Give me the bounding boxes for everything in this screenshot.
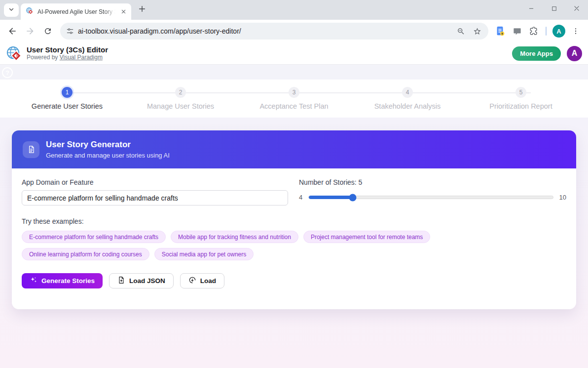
card-subtitle: Generate and manage user stories using A… bbox=[46, 152, 170, 159]
extensions-puzzle-icon[interactable] bbox=[526, 23, 542, 39]
load-label: Load bbox=[200, 277, 216, 285]
step-number: 2 bbox=[175, 87, 186, 98]
maximize-button[interactable] bbox=[543, 0, 565, 17]
site-settings-icon[interactable] bbox=[66, 27, 74, 35]
load-json-label: Load JSON bbox=[129, 277, 165, 285]
slider-min-label: 4 bbox=[299, 194, 302, 201]
step-number: 3 bbox=[289, 87, 299, 98]
app-title: User Story (3Cs) Editor bbox=[27, 45, 108, 54]
step-label: Acceptance Test Plan bbox=[259, 102, 328, 110]
plus-icon bbox=[138, 5, 146, 15]
more-apps-button[interactable]: More Apps bbox=[512, 46, 561, 61]
stories-slider[interactable] bbox=[308, 196, 553, 199]
file-upload-icon bbox=[117, 276, 125, 286]
stories-slider-row: 4 10 bbox=[299, 194, 566, 201]
browser-profile-avatar[interactable]: A bbox=[552, 25, 565, 38]
step-label: Manage User Stories bbox=[147, 102, 214, 110]
wizard-stepper: 1 Generate User Stories 2 Manage User St… bbox=[10, 87, 578, 110]
step-label: Stakeholder Analysis bbox=[374, 102, 441, 110]
sparkles-icon bbox=[30, 276, 37, 286]
step-label: Prioritization Report bbox=[489, 102, 552, 110]
step-number: 5 bbox=[515, 87, 526, 98]
stories-count-label: Number of Stories: 5 bbox=[299, 178, 566, 186]
help-icon[interactable]: ? bbox=[2, 67, 13, 78]
page-content: User Story Generator Generate and manage… bbox=[0, 118, 588, 368]
action-buttons: Generate Stories Load JSON Load bbox=[22, 273, 566, 288]
domain-label: App Domain or Feature bbox=[22, 178, 288, 186]
slider-max-label: 10 bbox=[559, 194, 566, 201]
back-button[interactable] bbox=[4, 23, 21, 40]
browser-toolbar: ai-toolbox.visual-paradigm.com/app/user-… bbox=[0, 20, 588, 42]
example-pills: E-commerce platform for selling handmade… bbox=[22, 231, 525, 260]
document-icon bbox=[23, 141, 39, 158]
card-banner: User Story Generator Generate and manage… bbox=[12, 130, 576, 168]
step-stakeholder-analysis[interactable]: 4 Stakeholder Analysis bbox=[351, 87, 464, 110]
zoom-out-icon[interactable] bbox=[455, 27, 467, 36]
banner-text: User Story Generator Generate and manage… bbox=[46, 140, 170, 159]
generate-stories-button[interactable]: Generate Stories bbox=[22, 273, 103, 288]
step-acceptance-test-plan[interactable]: 3 Acceptance Test Plan bbox=[237, 87, 351, 110]
example-pill-social-media[interactable]: Social media app for pet owners bbox=[154, 248, 254, 260]
minimize-button[interactable] bbox=[520, 0, 543, 17]
step-manage-user-stories[interactable]: 2 Manage User Stories bbox=[124, 87, 237, 110]
browser-tab-strip: AI-Powered Agile User Story 3C bbox=[0, 0, 588, 20]
generate-stories-label: Generate Stories bbox=[41, 277, 95, 285]
close-window-button[interactable] bbox=[565, 0, 588, 17]
bookmark-star-icon[interactable] bbox=[471, 27, 483, 36]
browser-tab[interactable]: AI-Powered Agile User Story 3C bbox=[21, 3, 131, 20]
download-circle-icon bbox=[188, 276, 196, 286]
docs-offline-extension-icon[interactable] bbox=[492, 23, 508, 39]
address-bar[interactable]: ai-toolbox.visual-paradigm.com/app/user-… bbox=[60, 23, 488, 40]
help-strip: ? bbox=[0, 65, 588, 80]
domain-field-group: App Domain or Feature bbox=[22, 178, 288, 205]
visual-paradigm-logo bbox=[6, 45, 22, 62]
url-text[interactable]: ai-toolbox.visual-paradigm.com/app/user-… bbox=[78, 27, 451, 35]
reload-button[interactable] bbox=[39, 23, 56, 40]
new-tab-button[interactable] bbox=[135, 3, 149, 17]
window-controls bbox=[520, 0, 588, 20]
forward-button[interactable] bbox=[22, 23, 38, 40]
generator-card: User Story Generator Generate and manage… bbox=[12, 130, 576, 309]
card-title: User Story Generator bbox=[46, 140, 170, 150]
step-generate-user-stories[interactable]: 1 Generate User Stories bbox=[10, 87, 124, 110]
chat-bubble-extension-icon[interactable] bbox=[509, 23, 525, 39]
powered-by-prefix: Powered by bbox=[27, 54, 58, 61]
slider-fill bbox=[309, 196, 353, 199]
generator-form: App Domain or Feature Number of Stories:… bbox=[12, 168, 576, 309]
chevron-down-icon bbox=[8, 6, 15, 15]
tab-search-button[interactable] bbox=[4, 3, 19, 17]
step-prioritization-report[interactable]: 5 Prioritization Report bbox=[464, 87, 578, 110]
page: ? 1 Generate User Stories 2 Manage User … bbox=[0, 65, 588, 368]
example-pill-project-management[interactable]: Project management tool for remote teams bbox=[303, 231, 430, 243]
site-favicon bbox=[26, 7, 34, 17]
example-pill-fitness[interactable]: Mobile app for tracking fitness and nutr… bbox=[171, 231, 298, 243]
step-number: 4 bbox=[402, 87, 413, 98]
toolbar-separator bbox=[546, 27, 547, 36]
stepper-band: 1 Generate User Stories 2 Manage User St… bbox=[0, 80, 588, 118]
tab-close-icon[interactable] bbox=[119, 8, 127, 16]
visual-paradigm-link[interactable]: Visual Paradigm bbox=[60, 54, 103, 61]
app-header: User Story (3Cs) Editor Powered by Visua… bbox=[0, 42, 588, 65]
load-button[interactable]: Load bbox=[180, 273, 224, 288]
slider-thumb[interactable] bbox=[349, 194, 357, 201]
load-json-button[interactable]: Load JSON bbox=[109, 273, 174, 288]
powered-by: Powered by Visual Paradigm bbox=[27, 54, 108, 61]
examples-label: Try these examples: bbox=[22, 217, 566, 225]
example-pill-ecommerce[interactable]: E-commerce platform for selling handmade… bbox=[22, 231, 166, 243]
user-avatar[interactable]: A bbox=[567, 46, 582, 61]
step-label: Generate User Stories bbox=[32, 102, 103, 110]
browser-menu-icon[interactable] bbox=[568, 23, 583, 39]
app-title-block: User Story (3Cs) Editor Powered by Visua… bbox=[27, 45, 108, 61]
tab-title: AI-Powered Agile User Story 3C bbox=[37, 8, 115, 15]
step-number: 1 bbox=[62, 87, 73, 98]
domain-input[interactable] bbox=[22, 190, 288, 205]
stories-field-group: Number of Stories: 5 4 10 bbox=[299, 178, 566, 205]
example-pill-online-learning[interactable]: Online learning platform for coding cour… bbox=[22, 248, 149, 260]
